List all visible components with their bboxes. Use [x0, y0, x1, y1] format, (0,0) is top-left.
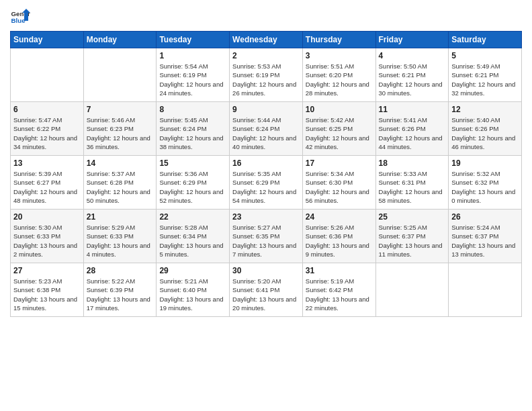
day-number: 8: [159, 105, 226, 114]
week-row-4: 20Sunrise: 5:30 AM Sunset: 6:33 PM Dayli…: [11, 210, 522, 263]
day-info: Sunrise: 5:45 AM Sunset: 6:24 PM Dayligh…: [159, 116, 226, 151]
day-info: Sunrise: 5:54 AM Sunset: 6:19 PM Dayligh…: [159, 62, 226, 97]
day-cell: 15Sunrise: 5:36 AM Sunset: 6:29 PM Dayli…: [157, 156, 230, 210]
day-cell: 14Sunrise: 5:37 AM Sunset: 6:28 PM Dayli…: [83, 156, 157, 210]
day-number: 19: [451, 158, 519, 168]
day-info: Sunrise: 5:33 AM Sunset: 6:31 PM Dayligh…: [379, 169, 446, 205]
day-info: Sunrise: 5:19 AM Sunset: 6:42 PM Dayligh…: [306, 277, 373, 312]
day-info: Sunrise: 5:24 AM Sunset: 6:37 PM Dayligh…: [451, 223, 519, 259]
day-info: Sunrise: 5:32 AM Sunset: 6:32 PM Dayligh…: [451, 169, 519, 205]
day-cell: 2Sunrise: 5:53 AM Sunset: 6:19 PM Daylig…: [230, 48, 303, 102]
week-row-2: 6Sunrise: 5:47 AM Sunset: 6:22 PM Daylig…: [11, 102, 522, 156]
day-cell: 6Sunrise: 5:47 AM Sunset: 6:22 PM Daylig…: [11, 102, 84, 156]
day-cell: [83, 48, 157, 102]
day-number: 15: [159, 158, 226, 168]
day-number: 2: [232, 51, 300, 60]
day-header-thursday: Thursday: [302, 32, 375, 48]
day-number: 25: [379, 212, 446, 222]
day-info: Sunrise: 5:20 AM Sunset: 6:41 PM Dayligh…: [232, 277, 300, 312]
day-number: 6: [13, 105, 81, 114]
day-number: 10: [306, 105, 373, 114]
day-number: 20: [13, 212, 81, 222]
day-cell: 13Sunrise: 5:39 AM Sunset: 6:27 PM Dayli…: [11, 156, 84, 210]
day-info: Sunrise: 5:26 AM Sunset: 6:36 PM Dayligh…: [306, 223, 373, 259]
day-header-wednesday: Wednesday: [230, 32, 303, 48]
day-number: 22: [159, 212, 226, 222]
day-cell: 10Sunrise: 5:42 AM Sunset: 6:25 PM Dayli…: [302, 102, 375, 156]
day-info: Sunrise: 5:36 AM Sunset: 6:29 PM Dayligh…: [159, 169, 226, 205]
day-cell: 5Sunrise: 5:49 AM Sunset: 6:21 PM Daylig…: [449, 48, 522, 102]
day-header-saturday: Saturday: [449, 32, 522, 48]
day-info: Sunrise: 5:37 AM Sunset: 6:28 PM Dayligh…: [87, 169, 154, 205]
day-cell: 8Sunrise: 5:45 AM Sunset: 6:24 PM Daylig…: [157, 102, 230, 156]
day-cell: 29Sunrise: 5:21 AM Sunset: 6:40 PM Dayli…: [157, 263, 230, 317]
day-number: 26: [451, 212, 519, 222]
day-number: 12: [451, 105, 519, 114]
day-cell: 19Sunrise: 5:32 AM Sunset: 6:32 PM Dayli…: [449, 156, 522, 210]
day-number: 7: [87, 105, 154, 114]
day-number: 4: [379, 51, 446, 60]
day-info: Sunrise: 5:40 AM Sunset: 6:26 PM Dayligh…: [451, 116, 519, 151]
day-number: 30: [232, 266, 300, 275]
day-info: Sunrise: 5:35 AM Sunset: 6:29 PM Dayligh…: [232, 169, 300, 205]
day-info: Sunrise: 5:28 AM Sunset: 6:34 PM Dayligh…: [159, 223, 226, 259]
header-row: SundayMondayTuesdayWednesdayThursdayFrid…: [11, 32, 522, 48]
day-number: 9: [232, 105, 300, 114]
day-cell: 4Sunrise: 5:50 AM Sunset: 6:21 PM Daylig…: [375, 48, 449, 102]
day-cell: 26Sunrise: 5:24 AM Sunset: 6:37 PM Dayli…: [449, 210, 522, 263]
day-number: 1: [159, 51, 226, 60]
day-info: Sunrise: 5:51 AM Sunset: 6:20 PM Dayligh…: [306, 62, 373, 97]
day-cell: 31Sunrise: 5:19 AM Sunset: 6:42 PM Dayli…: [302, 263, 375, 317]
week-row-1: 1Sunrise: 5:54 AM Sunset: 6:19 PM Daylig…: [11, 48, 522, 102]
day-info: Sunrise: 5:46 AM Sunset: 6:23 PM Dayligh…: [87, 116, 154, 151]
logo: General Blue: [10, 7, 30, 27]
day-cell: 18Sunrise: 5:33 AM Sunset: 6:31 PM Dayli…: [375, 156, 449, 210]
day-info: Sunrise: 5:50 AM Sunset: 6:21 PM Dayligh…: [379, 62, 446, 97]
page-header: General Blue: [10, 7, 522, 27]
day-cell: 25Sunrise: 5:25 AM Sunset: 6:37 PM Dayli…: [375, 210, 449, 263]
day-cell: 7Sunrise: 5:46 AM Sunset: 6:23 PM Daylig…: [83, 102, 157, 156]
day-cell: [375, 263, 449, 317]
day-info: Sunrise: 5:25 AM Sunset: 6:37 PM Dayligh…: [379, 223, 446, 259]
day-info: Sunrise: 5:53 AM Sunset: 6:19 PM Dayligh…: [232, 62, 300, 97]
day-info: Sunrise: 5:21 AM Sunset: 6:40 PM Dayligh…: [159, 277, 226, 312]
day-number: 27: [13, 266, 81, 275]
day-number: 28: [87, 266, 154, 275]
day-info: Sunrise: 5:39 AM Sunset: 6:27 PM Dayligh…: [13, 169, 81, 205]
day-info: Sunrise: 5:34 AM Sunset: 6:30 PM Dayligh…: [306, 169, 373, 205]
day-number: 17: [306, 158, 373, 168]
week-row-5: 27Sunrise: 5:23 AM Sunset: 6:38 PM Dayli…: [11, 263, 522, 317]
day-cell: [449, 263, 522, 317]
day-cell: 22Sunrise: 5:28 AM Sunset: 6:34 PM Dayli…: [157, 210, 230, 263]
day-header-sunday: Sunday: [11, 32, 84, 48]
day-info: Sunrise: 5:22 AM Sunset: 6:39 PM Dayligh…: [87, 277, 154, 312]
week-row-3: 13Sunrise: 5:39 AM Sunset: 6:27 PM Dayli…: [11, 156, 522, 210]
day-number: 13: [13, 158, 81, 168]
day-cell: 9Sunrise: 5:44 AM Sunset: 6:24 PM Daylig…: [230, 102, 303, 156]
day-cell: 17Sunrise: 5:34 AM Sunset: 6:30 PM Dayli…: [302, 156, 375, 210]
day-cell: 24Sunrise: 5:26 AM Sunset: 6:36 PM Dayli…: [302, 210, 375, 263]
day-number: 5: [451, 51, 519, 60]
day-info: Sunrise: 5:42 AM Sunset: 6:25 PM Dayligh…: [306, 116, 373, 151]
day-cell: 30Sunrise: 5:20 AM Sunset: 6:41 PM Dayli…: [230, 263, 303, 317]
day-number: 24: [306, 212, 373, 222]
day-number: 29: [159, 266, 226, 275]
day-cell: 1Sunrise: 5:54 AM Sunset: 6:19 PM Daylig…: [157, 48, 230, 102]
day-cell: [11, 48, 84, 102]
day-number: 18: [379, 158, 446, 168]
day-info: Sunrise: 5:30 AM Sunset: 6:33 PM Dayligh…: [13, 223, 81, 259]
calendar-table: SundayMondayTuesdayWednesdayThursdayFrid…: [10, 31, 522, 317]
day-number: 31: [306, 266, 373, 275]
day-cell: 28Sunrise: 5:22 AM Sunset: 6:39 PM Dayli…: [83, 263, 157, 317]
day-info: Sunrise: 5:27 AM Sunset: 6:35 PM Dayligh…: [232, 223, 300, 259]
day-info: Sunrise: 5:49 AM Sunset: 6:21 PM Dayligh…: [451, 62, 519, 97]
day-cell: 20Sunrise: 5:30 AM Sunset: 6:33 PM Dayli…: [11, 210, 84, 263]
day-info: Sunrise: 5:29 AM Sunset: 6:33 PM Dayligh…: [87, 223, 154, 259]
day-info: Sunrise: 5:23 AM Sunset: 6:38 PM Dayligh…: [13, 277, 81, 312]
day-number: 3: [306, 51, 373, 60]
day-info: Sunrise: 5:44 AM Sunset: 6:24 PM Dayligh…: [232, 116, 300, 151]
day-cell: 27Sunrise: 5:23 AM Sunset: 6:38 PM Dayli…: [11, 263, 84, 317]
day-cell: 12Sunrise: 5:40 AM Sunset: 6:26 PM Dayli…: [449, 102, 522, 156]
day-cell: 21Sunrise: 5:29 AM Sunset: 6:33 PM Dayli…: [83, 210, 157, 263]
logo-icon: General Blue: [10, 7, 30, 27]
